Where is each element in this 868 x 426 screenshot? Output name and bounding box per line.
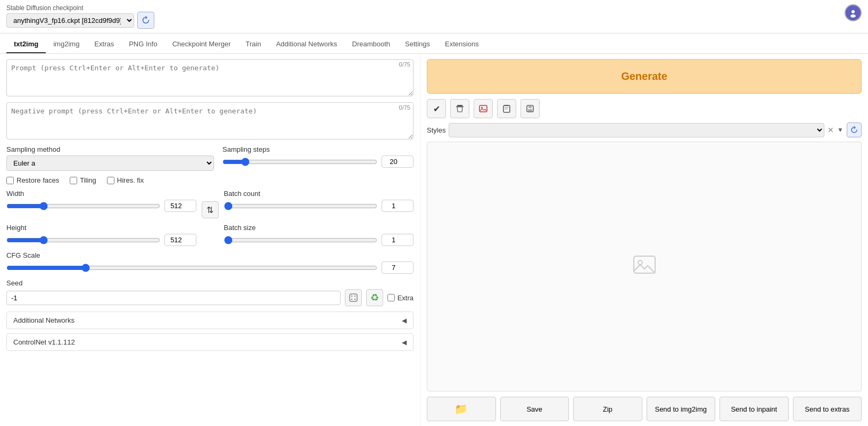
svg-point-2 xyxy=(354,299,355,300)
prompt-box: 0/75 xyxy=(6,59,414,98)
cfg-scale-slider[interactable] xyxy=(6,264,377,272)
main-layout: 0/75 0/75 Sampling method Euler a Euler … xyxy=(0,54,868,426)
checkpoint-dropdown[interactable]: anythingV3_fp16.ckpt [812cd9f9d9] xyxy=(6,13,134,28)
restore-faces-checkbox[interactable]: Restore faces xyxy=(6,176,59,184)
swap-dimensions-button[interactable]: ⇅ xyxy=(202,201,219,218)
height-label: Height xyxy=(6,224,196,232)
hires-fix-input[interactable] xyxy=(107,177,114,184)
svg-rect-12 xyxy=(505,109,508,109)
avatar[interactable] xyxy=(845,4,862,21)
sampling-steps-row xyxy=(222,155,414,168)
send-to-inpaint-button[interactable]: Send to inpaint xyxy=(720,397,789,421)
seed-input[interactable] xyxy=(6,291,341,305)
seed-row: ♻ Extra xyxy=(6,289,414,306)
batch-size-group: Batch size xyxy=(224,224,414,246)
tiling-label: Tiling xyxy=(80,176,96,184)
width-slider[interactable] xyxy=(6,202,160,210)
styles-label: Styles xyxy=(427,126,445,134)
seed-dice-button[interactable] xyxy=(345,289,362,306)
prompt-textarea[interactable] xyxy=(6,59,414,96)
save-button[interactable]: Save xyxy=(500,397,569,421)
tab-extensions[interactable]: Extensions xyxy=(437,36,486,53)
batch-size-input[interactable] xyxy=(382,234,414,246)
svg-point-8 xyxy=(481,107,483,109)
send-to-img2img-button[interactable]: Send to img2img xyxy=(647,397,716,421)
tab-img2img[interactable]: img2img xyxy=(46,36,87,53)
height-slider-row xyxy=(6,234,196,246)
controlnet-section: ControlNet v1.1.112 ◀ xyxy=(6,333,414,351)
cfg-scale-input[interactable] xyxy=(382,261,414,274)
open-folder-button[interactable]: 📁 xyxy=(427,397,496,421)
clipboard-icon-button[interactable] xyxy=(497,99,516,118)
svg-rect-7 xyxy=(480,105,487,112)
batch-count-input[interactable] xyxy=(382,200,414,212)
batch-count-slider-row xyxy=(224,200,414,212)
checkpoint-refresh-button[interactable] xyxy=(137,12,154,29)
tab-bar: txt2img img2img Extras PNG Info Checkpoi… xyxy=(0,36,868,54)
bottom-actions-row: 📁 Save Zip Send to img2img Send to inpai… xyxy=(427,397,862,421)
check-icon-button[interactable]: ✔ xyxy=(427,99,446,118)
svg-rect-14 xyxy=(528,105,532,108)
styles-refresh-button[interactable] xyxy=(847,122,862,137)
width-input[interactable] xyxy=(164,200,196,212)
dims-row: Width ⇅ Batch count xyxy=(6,190,414,218)
tab-additional-networks[interactable]: Additional Networks xyxy=(269,36,345,53)
tab-settings[interactable]: Settings xyxy=(398,36,437,53)
tiling-input[interactable] xyxy=(70,177,77,184)
svg-point-3 xyxy=(351,299,352,300)
sampling-steps-slider[interactable] xyxy=(222,158,377,166)
restore-faces-input[interactable] xyxy=(6,177,14,184)
tab-extras[interactable]: Extras xyxy=(87,36,121,53)
tab-train[interactable]: Train xyxy=(238,36,269,53)
additional-networks-arrow: ◀ xyxy=(402,317,407,324)
checkpoint-label: Stable Diffusion checkpoint xyxy=(6,4,154,12)
image-placeholder-icon xyxy=(632,252,657,281)
checkpoint-section: Stable Diffusion checkpoint anythingV3_f… xyxy=(6,4,154,29)
tab-dreambooth[interactable]: Dreambooth xyxy=(345,36,398,53)
action-icons-row: ✔ xyxy=(427,99,862,118)
batch-size-slider[interactable] xyxy=(224,236,378,244)
hires-fix-checkbox[interactable]: Hires. fix xyxy=(107,176,144,184)
send-to-extras-button[interactable]: Send to extras xyxy=(793,397,862,421)
seed-recycle-button[interactable]: ♻ xyxy=(366,289,383,306)
styles-row: Styles ✕ ▼ xyxy=(427,122,862,137)
height-input[interactable] xyxy=(164,234,196,246)
negative-prompt-textarea[interactable] xyxy=(6,102,414,140)
zip-button[interactable]: Zip xyxy=(573,397,642,421)
sampling-steps-label: Sampling steps xyxy=(222,145,414,153)
additional-networks-header[interactable]: Additional Networks ◀ xyxy=(7,312,413,329)
additional-networks-section: Additional Networks ◀ xyxy=(6,312,414,329)
left-panel: 0/75 0/75 Sampling method Euler a Euler … xyxy=(0,54,420,426)
extra-checkbox-input[interactable] xyxy=(387,294,395,301)
width-label: Width xyxy=(6,190,196,198)
controlnet-header[interactable]: ControlNet v1.1.112 ◀ xyxy=(7,334,413,350)
controlnet-arrow: ◀ xyxy=(402,339,407,346)
extra-checkbox[interactable]: Extra xyxy=(387,294,414,302)
sampling-steps-input[interactable] xyxy=(382,155,414,168)
image-preview-area xyxy=(427,142,862,391)
height-slider[interactable] xyxy=(6,236,160,244)
styles-clear-button[interactable]: ✕ xyxy=(828,126,834,134)
seed-section: Seed ♻ Extra xyxy=(6,279,414,306)
tiling-checkbox[interactable]: Tiling xyxy=(70,176,96,184)
cfg-scale-slider-row xyxy=(6,261,414,274)
restore-faces-label: Restore faces xyxy=(16,176,59,184)
width-slider-row xyxy=(6,200,196,212)
tab-checkpoint-merger[interactable]: Checkpoint Merger xyxy=(165,36,238,53)
trash-icon-button[interactable] xyxy=(450,99,469,118)
sampling-method-select[interactable]: Euler a Euler LMS Heun DPM2 DPM2 a DPM++… xyxy=(6,155,214,171)
sampling-method-label: Sampling method xyxy=(6,145,214,153)
styles-dropdown-arrow[interactable]: ▼ xyxy=(837,126,844,134)
hires-fix-label: Hires. fix xyxy=(117,176,144,184)
prompt-counter: 0/75 xyxy=(399,61,410,68)
image-icon-button[interactable] xyxy=(474,99,493,118)
height-batchsize-row: Height Batch size xyxy=(6,224,414,246)
batch-count-slider[interactable] xyxy=(224,202,378,210)
save-style-icon-button[interactable] xyxy=(520,99,540,118)
tab-txt2img[interactable]: txt2img xyxy=(6,36,46,53)
styles-select[interactable] xyxy=(449,123,824,137)
sampling-method-group: Sampling method Euler a Euler LMS Heun D… xyxy=(6,145,214,171)
generate-button[interactable]: Generate xyxy=(427,59,862,94)
tab-png-info[interactable]: PNG Info xyxy=(121,36,164,53)
svg-rect-6 xyxy=(456,106,464,107)
